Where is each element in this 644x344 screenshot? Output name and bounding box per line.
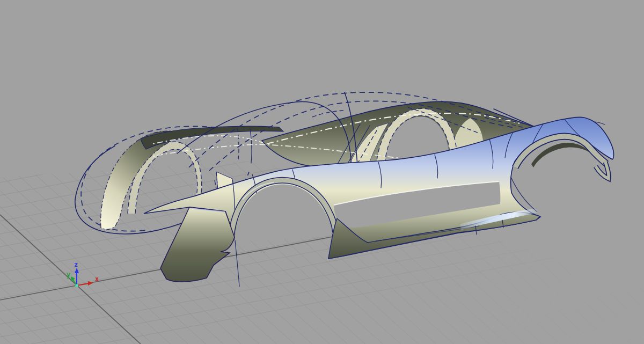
origin-point xyxy=(75,284,78,287)
modeling-viewport[interactable]: z x y xyxy=(0,0,644,344)
viewport-canvas[interactable]: z x y xyxy=(0,0,644,344)
x-axis-label: x xyxy=(95,275,99,283)
z-axis-label: z xyxy=(74,261,78,268)
y-axis-label: y xyxy=(67,271,70,279)
